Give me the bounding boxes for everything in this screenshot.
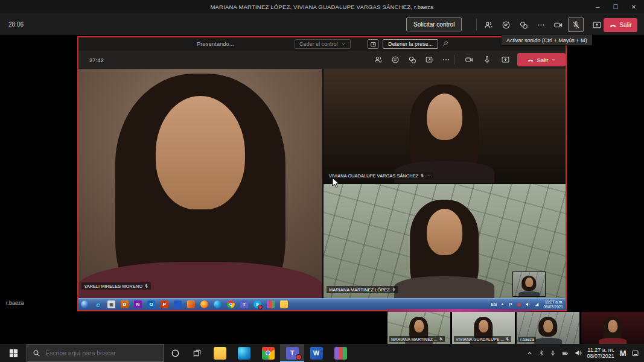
window-share-icon [370, 41, 377, 48]
action-center-icon[interactable] [631, 349, 639, 357]
mic-muted-icon [420, 173, 424, 178]
inner-share-screen-button[interactable] [499, 53, 512, 66]
inner-participants-button[interactable] [372, 53, 385, 66]
search-input[interactable] [27, 349, 158, 357]
participants-button[interactable] [481, 18, 496, 31]
teams-icon[interactable]: T [240, 300, 248, 308]
video-feed [78, 69, 322, 298]
video-feed [513, 272, 545, 296]
toolbar-divider [476, 19, 477, 30]
task-view-button[interactable] [186, 344, 208, 362]
participant-silhouette [406, 200, 484, 298]
blue-app-icon[interactable] [174, 300, 182, 308]
search-icon [33, 349, 40, 357]
winrar-icon[interactable] [334, 347, 347, 360]
inner-mic-button[interactable] [480, 53, 494, 66]
reactions-button[interactable] [516, 18, 531, 31]
mic-icon [483, 56, 491, 64]
chrome-icon[interactable] [227, 300, 235, 308]
participant-thumbnail[interactable]: MARIANA MARTINEZ ... [387, 312, 450, 344]
cortana-button[interactable] [164, 344, 186, 362]
self-view-thumbnail[interactable] [512, 272, 546, 297]
shared-taskbar-clock[interactable]: 11:27 a.m. 08/07/2021 [543, 300, 563, 309]
start-orb-icon[interactable] [81, 300, 89, 308]
participant-thumbnail[interactable]: r.baeza [517, 312, 579, 344]
battery-icon[interactable] [561, 350, 569, 357]
taskbar-clock[interactable]: 11:27 a. m. 08/07/2021 [587, 347, 614, 360]
share-tray-button[interactable] [368, 39, 378, 49]
show-hidden-icons-icon[interactable] [500, 302, 505, 306]
camera-button[interactable] [551, 18, 566, 31]
onenote-icon[interactable]: N [134, 300, 142, 308]
reactions-icon [519, 21, 528, 30]
request-control-button[interactable]: Solicitar control [406, 17, 462, 31]
volume-icon[interactable] [525, 302, 531, 307]
matlab-icon[interactable] [187, 300, 195, 308]
video-tile-yareli[interactable]: YARELI MIRELES MORENO [78, 69, 322, 298]
network-icon[interactable] [534, 302, 540, 307]
pin-icon [442, 40, 449, 47]
winrar-icon[interactable] [267, 300, 275, 308]
window-share-icon [425, 56, 433, 64]
file-explorer-icon[interactable] [280, 300, 288, 308]
language-indicator[interactable]: ES [491, 302, 497, 307]
volume-icon[interactable] [575, 349, 582, 357]
hang-up-icon [609, 22, 617, 29]
inner-chat-button[interactable] [389, 53, 402, 66]
maximize-button[interactable]: ☐ [607, 0, 625, 13]
inner-reactions-button[interactable] [406, 53, 419, 66]
antivirus-icon[interactable] [517, 302, 521, 307]
outlook-icon[interactable]: O [147, 300, 155, 308]
more-icon[interactable]: ⋯ [426, 173, 431, 179]
participant-thumbnail[interactable]: VIVIANA GUADALUPE ... [452, 312, 515, 344]
call-timer: 28:06 [8, 21, 24, 28]
inner-share-window-button[interactable] [422, 53, 436, 66]
chrome-icon[interactable] [262, 347, 275, 360]
file-explorer-icon[interactable] [214, 347, 226, 360]
minimize-button[interactable]: – [588, 0, 607, 13]
give-control-button[interactable]: Ceder el control [295, 39, 351, 49]
video-feed [581, 312, 644, 344]
mic-tray-icon[interactable] [550, 350, 556, 357]
participant-silhouette [406, 84, 484, 183]
notification-badge [296, 354, 302, 360]
inner-call-control-bar: 27:42 [78, 51, 566, 69]
inner-leave-call-button[interactable]: Salir [517, 53, 566, 66]
word-icon[interactable]: W [310, 347, 323, 360]
taskbar-search[interactable] [27, 344, 164, 362]
participant-name-tag: VIVIANA GUADALUPE ... [454, 336, 511, 342]
chat-icon [502, 21, 511, 30]
internet-explorer-icon[interactable]: e [94, 300, 102, 308]
participant-filmstrip: MARIANA MARTINEZ ... VIVIANA GUADALUPE .… [387, 312, 644, 344]
participant-thumbnail[interactable] [581, 312, 644, 344]
edge-icon[interactable] [214, 300, 222, 308]
leave-call-button[interactable]: Salir [604, 18, 637, 32]
show-hidden-icons-icon[interactable] [526, 350, 533, 357]
orange-app-icon[interactable]: D [121, 300, 129, 308]
edge-icon[interactable] [238, 347, 250, 360]
video-tile-mariana[interactable]: MARIANA MARTINEZ LÓPEZ [324, 184, 566, 298]
share-screen-button[interactable] [590, 18, 604, 31]
unmute-button[interactable] [568, 17, 584, 32]
leave-call-label: Salir [619, 22, 631, 28]
bluetooth-icon[interactable] [538, 349, 544, 357]
powerpoint-icon[interactable]: P [161, 300, 168, 308]
more-icon [442, 56, 450, 64]
action-center-flag-icon[interactable] [508, 302, 513, 307]
start-button[interactable] [0, 344, 27, 362]
firefox-icon[interactable] [200, 300, 208, 308]
stop-presenting-button[interactable]: Detener la prese... [383, 39, 438, 49]
pin-button[interactable] [442, 40, 449, 47]
video-tile-viviana[interactable]: VIVIANA GUADALUPE VARGAS SÁNCHEZ ⋯ [324, 69, 566, 183]
mic-muted-icon [572, 21, 581, 30]
chat-button[interactable] [499, 18, 513, 31]
teams-call-window: MARIANA MARTINEZ LÓPEZ, VIVIANA GUADALUP… [0, 0, 644, 362]
mic-icon [392, 287, 396, 292]
m-app-tray-icon[interactable]: M [620, 349, 626, 358]
inner-camera-button[interactable] [462, 53, 476, 66]
shared-screen-stage: Presentando... Ceder el control Detener … [77, 36, 567, 311]
close-button[interactable]: ✕ [625, 0, 643, 13]
media-player-icon[interactable]: ▣ [107, 300, 115, 308]
inner-more-options-button[interactable] [439, 53, 453, 66]
more-options-button[interactable] [534, 18, 548, 31]
